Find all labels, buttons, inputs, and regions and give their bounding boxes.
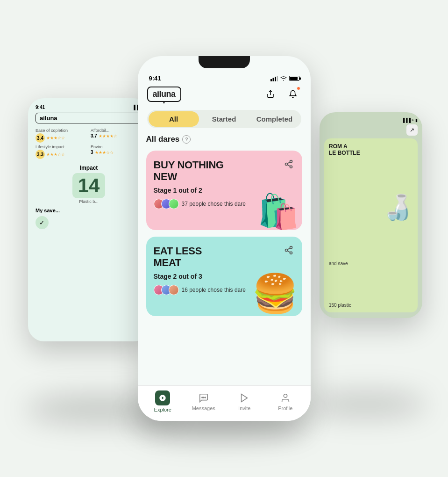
dare-people-1: 37 people chose this dare bbox=[154, 199, 295, 209]
right-save-text: and save bbox=[329, 261, 413, 266]
status-bar: 9:41 bbox=[138, 69, 311, 84]
nav-explore[interactable]: Explore bbox=[149, 390, 177, 412]
metrics-row-1: Ease of copletion 3.4 ★★★☆☆ Affordbil...… bbox=[36, 128, 142, 143]
dare-share-icon-1 bbox=[284, 159, 293, 169]
svg-point-11 bbox=[285, 249, 287, 252]
status-icons bbox=[270, 76, 299, 81]
tabs: All Started Completed bbox=[147, 110, 301, 128]
left-time: 9:41 bbox=[36, 105, 45, 110]
share-button[interactable] bbox=[262, 86, 279, 102]
left-phone: 9:41 ▐▐▐ ailuna Ease of copletion 3.4 ★★… bbox=[28, 98, 149, 341]
metric-lifestyle: Lifestyle impact 3.3 ★★★☆☆ bbox=[36, 145, 87, 159]
svg-line-9 bbox=[287, 162, 290, 163]
dare-people-count-2: 16 people chose this dare bbox=[182, 287, 246, 293]
plastic-label: Plastic b... bbox=[36, 199, 142, 204]
phone-header: ailuna bbox=[138, 84, 311, 107]
right-card: ROM ALE BOTTLE 🍶 and save 150 plastic bbox=[324, 138, 418, 312]
nav-invite[interactable]: Invite bbox=[230, 392, 258, 411]
avatar-2c bbox=[169, 285, 179, 295]
notch bbox=[199, 56, 250, 68]
avatars-1 bbox=[154, 199, 179, 209]
nav-profile[interactable]: Profile bbox=[271, 392, 299, 411]
nav-messages[interactable]: Messages bbox=[190, 392, 218, 411]
dare-stage-2: Stage 2 out of 3 bbox=[154, 273, 295, 280]
impact-label: Impact bbox=[36, 165, 142, 171]
svg-point-15 bbox=[202, 397, 203, 398]
wifi-icon bbox=[280, 76, 287, 81]
logo-text: ailuna bbox=[153, 89, 176, 99]
dare-stage-1: Stage 1 out of 2 bbox=[154, 187, 295, 194]
right-card-title: ROM ALE BOTTLE bbox=[329, 143, 413, 157]
svg-rect-1 bbox=[272, 78, 274, 81]
left-status-bar: 9:41 ▐▐▐ bbox=[36, 105, 142, 110]
logo: ailuna bbox=[147, 87, 181, 102]
explore-icon bbox=[155, 390, 170, 405]
svg-line-8 bbox=[287, 165, 290, 166]
tab-started[interactable]: Started bbox=[199, 111, 249, 127]
svg-point-7 bbox=[290, 166, 292, 168]
share-icon bbox=[266, 90, 275, 98]
header-icons bbox=[262, 86, 301, 102]
shadow-right bbox=[306, 393, 427, 416]
dare-share-button-2[interactable] bbox=[282, 243, 296, 257]
right-status: ▐▐▐ ≈ ▮ bbox=[324, 118, 418, 123]
dare-people-count-1: 37 people chose this dare bbox=[182, 201, 246, 207]
svg-point-6 bbox=[285, 163, 287, 166]
checkmark: ✓ bbox=[36, 216, 49, 229]
notification-dot bbox=[297, 87, 300, 90]
invite-label: Invite bbox=[238, 405, 250, 411]
impact-number: 14 bbox=[72, 173, 106, 198]
bottle-emoji: 🍶 bbox=[329, 193, 413, 222]
svg-point-12 bbox=[290, 252, 292, 254]
dare-card-eat-less[interactable]: EAT LESS MEAT Stage 2 out of 3 16 people… bbox=[146, 237, 302, 316]
bottom-nav: Explore Messages Invite bbox=[138, 385, 311, 421]
bell-icon bbox=[289, 90, 297, 98]
dare-people-2: 16 people chose this dare bbox=[154, 285, 295, 295]
svg-line-13 bbox=[287, 251, 290, 252]
invite-icon bbox=[238, 392, 250, 404]
tabs-container: All Started Completed bbox=[138, 107, 311, 135]
svg-marker-18 bbox=[242, 394, 248, 402]
dare-title-2: EAT LESS MEAT bbox=[154, 245, 231, 269]
dare-card-buy-nothing[interactable]: BUY NOTHING NEW Stage 1 out of 2 37 peop… bbox=[146, 151, 302, 230]
phone-content: All dares ? BUY NOTHING NEW Stage 1 out … bbox=[138, 135, 311, 385]
svg-point-16 bbox=[203, 397, 204, 398]
section-title: All dares ? bbox=[146, 135, 302, 144]
svg-rect-0 bbox=[270, 79, 272, 81]
tab-all[interactable]: All bbox=[149, 111, 199, 127]
messages-icon bbox=[198, 392, 210, 404]
svg-point-10 bbox=[290, 246, 292, 249]
metrics-row-2: Lifestyle impact 3.3 ★★★☆☆ Enviro... 3 ★… bbox=[36, 145, 142, 159]
center-phone: 9:41 ailuna bbox=[138, 56, 311, 421]
left-logo: ailuna bbox=[36, 113, 142, 123]
impact-section: Impact 14 Plastic b... bbox=[36, 165, 142, 204]
avatars-2 bbox=[154, 285, 179, 295]
right-phone: ▐▐▐ ≈ ▮ ↗ ROM ALE BOTTLE 🍶 and save 150 … bbox=[320, 112, 422, 318]
avatar-1c bbox=[169, 199, 179, 209]
time: 9:41 bbox=[149, 75, 161, 82]
signal-icon bbox=[270, 76, 278, 81]
explore-label: Explore bbox=[154, 407, 171, 412]
battery-icon bbox=[289, 76, 299, 81]
dare-share-icon-2 bbox=[284, 246, 293, 255]
right-expand-icon: ↗ bbox=[406, 124, 418, 136]
dare-title-1: BUY NOTHING NEW bbox=[154, 159, 231, 183]
metric-afford: Affordbil... 3.7 ★★★★☆ bbox=[91, 128, 142, 143]
messages-label: Messages bbox=[192, 405, 215, 411]
svg-line-14 bbox=[287, 248, 290, 249]
svg-point-19 bbox=[284, 394, 287, 398]
metric-enviro: Enviro... 3 ★★★☆☆ bbox=[91, 145, 142, 159]
svg-point-17 bbox=[205, 397, 206, 398]
my-saves-label: My save... bbox=[36, 208, 142, 213]
svg-point-5 bbox=[290, 160, 292, 163]
svg-rect-2 bbox=[275, 77, 276, 81]
right-plastic-text: 150 plastic bbox=[329, 303, 413, 308]
dare-share-button-1[interactable] bbox=[282, 157, 296, 171]
notification-button[interactable] bbox=[284, 86, 301, 102]
svg-rect-3 bbox=[277, 76, 278, 81]
metric-ease: Ease of copletion 3.4 ★★★☆☆ bbox=[36, 128, 87, 143]
profile-icon bbox=[279, 392, 292, 404]
tab-completed[interactable]: Completed bbox=[249, 111, 300, 127]
help-icon[interactable]: ? bbox=[182, 135, 191, 144]
profile-label: Profile bbox=[278, 405, 292, 411]
